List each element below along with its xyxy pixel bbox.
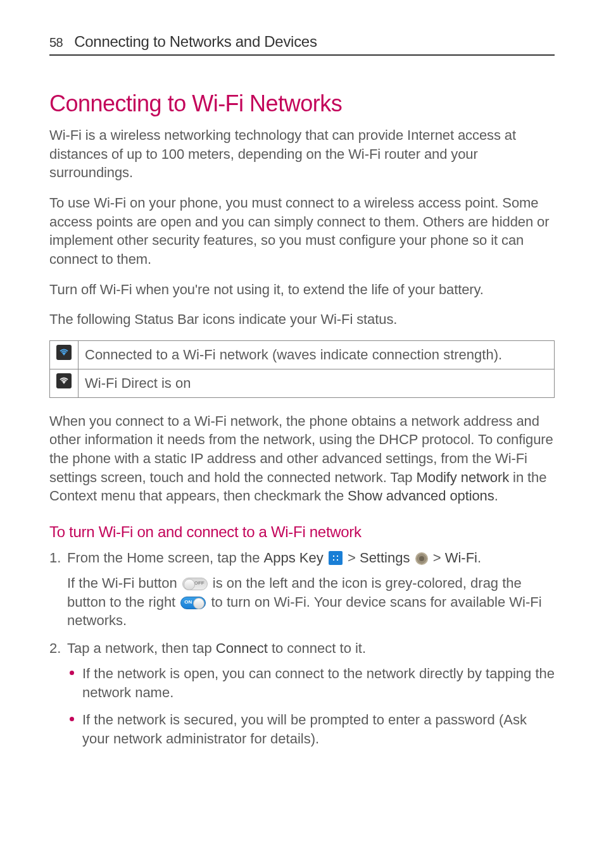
wifi-toggle-on-icon — [180, 597, 206, 609]
wifi-direct-icon-cell — [50, 369, 79, 397]
text-fragment: . — [477, 550, 481, 566]
text-fragment: > — [344, 550, 360, 566]
connect-label: Connect — [216, 640, 268, 656]
page-title: Connecting to Wi-Fi Networks — [49, 89, 555, 120]
settings-label: Settings — [360, 550, 410, 566]
apps-key-icon — [329, 551, 343, 565]
wifi-toggle-off-icon — [182, 578, 208, 590]
breadcrumb: Connecting to Networks and Devices — [74, 32, 317, 52]
table-row: Wi-Fi Direct is on — [50, 369, 555, 397]
step-1-subtext: If the Wi-Fi button is on the left and t… — [67, 574, 555, 630]
intro-paragraph-1: Wi-Fi is a wireless networking technolog… — [49, 126, 555, 182]
text-fragment: . — [494, 488, 498, 504]
step-2-bullets: If the network is open, you can connect … — [67, 664, 555, 748]
show-advanced-options-label: Show advanced options — [348, 488, 494, 504]
wifi-connected-icon — [56, 345, 72, 360]
page-number: 58 — [49, 34, 63, 51]
steps-list: From the Home screen, tap the Apps Key >… — [49, 549, 555, 748]
wifi-connected-desc: Connected to a Wi-Fi network (waves indi… — [79, 341, 555, 369]
dhcp-paragraph: When you connect to a Wi-Fi network, the… — [49, 412, 555, 505]
step-1: From the Home screen, tap the Apps Key >… — [49, 549, 555, 630]
text-fragment: > — [429, 550, 445, 566]
text-fragment: to connect to it. — [268, 640, 366, 656]
wifi-connected-icon-cell — [50, 341, 79, 369]
wifi-direct-icon — [56, 373, 72, 388]
modify-network-label: Modify network — [417, 469, 510, 485]
wifi-label: Wi-Fi — [445, 550, 477, 566]
status-icon-table: Connected to a Wi-Fi network (waves indi… — [49, 340, 555, 397]
table-row: Connected to a Wi-Fi network (waves indi… — [50, 341, 555, 369]
turn-on-wifi-heading: To turn Wi-Fi on and connect to a Wi-Fi … — [49, 522, 555, 542]
intro-paragraph-4: The following Status Bar icons indicate … — [49, 310, 555, 329]
wifi-direct-desc: Wi-Fi Direct is on — [79, 369, 555, 397]
step-2: Tap a network, then tap Connect to conne… — [49, 639, 555, 748]
text-fragment: Tap a network, then tap — [67, 640, 216, 656]
text-fragment: From the Home screen, tap the — [67, 550, 264, 566]
settings-gear-icon — [415, 552, 428, 565]
list-item: If the network is secured, you will be p… — [67, 710, 555, 748]
list-item: If the network is open, you can connect … — [67, 664, 555, 702]
apps-key-label: Apps Key — [264, 550, 324, 566]
text-fragment: If the Wi-Fi button — [67, 575, 181, 591]
intro-paragraph-3: Turn off Wi-Fi when you're not using it,… — [49, 280, 555, 299]
page-header: 58 Connecting to Networks and Devices — [49, 32, 555, 56]
intro-paragraph-2: To use Wi-Fi on your phone, you must con… — [49, 194, 555, 269]
